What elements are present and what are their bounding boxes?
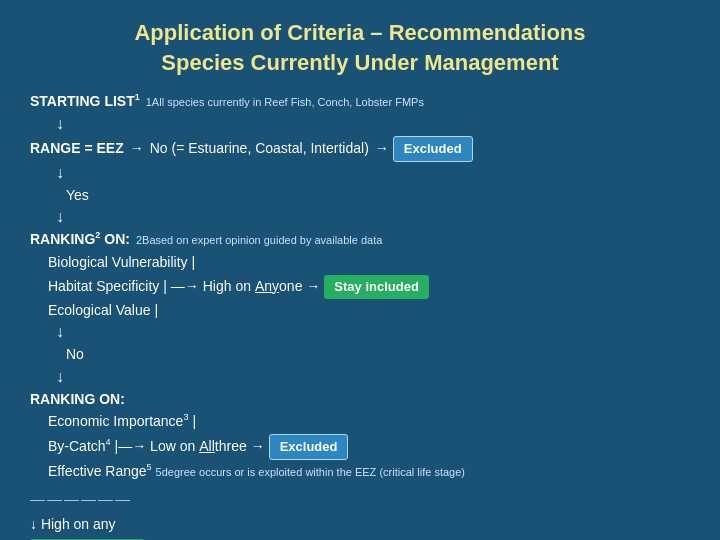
bycatch-all-label: All [199, 436, 215, 458]
bycatch-pipe-arrow: |—→ Low on [115, 436, 196, 458]
habitat-pipe-text: | —→ High on [163, 276, 251, 298]
arrow-row-5: ↓ [48, 367, 690, 388]
range-arrow1: → [130, 138, 144, 160]
no-row: No [66, 344, 690, 366]
stay-included-badge: Stay included [324, 275, 429, 299]
habitat-spec-label: Habitat Specificity [48, 276, 159, 298]
page-title: Application of Criteria – Recommendation… [30, 18, 690, 77]
ranking-on-label: RANKING ON: [30, 389, 125, 411]
eco-val-row: Ecological Value | [48, 300, 690, 322]
bycatch-row: By-Catch4 |—→ Low on All three → Exclude… [48, 434, 690, 460]
bycatch-label: By-Catch4 [48, 436, 111, 458]
bio-vuln-row: Biological Vulnerability | [48, 252, 690, 274]
content-area: STARTING LIST1 1All species currently in… [30, 91, 690, 540]
arrow-row-4: ↓ [48, 322, 690, 343]
habitat-spec-row: Habitat Specificity | —→ High on Any one… [48, 275, 690, 299]
ranking2-label: RANKING2 ON: [30, 229, 130, 251]
no-label: No [66, 344, 84, 366]
econ-imp-row: Economic Importance3 | [48, 411, 690, 433]
title-line1: Application of Criteria – Recommendation… [134, 20, 585, 45]
high-on-any-row: ↓ High on any [30, 514, 690, 536]
eco-val-label: Ecological Value [48, 300, 150, 322]
starting-list-note: 1All species currently in Reef Fish, Con… [146, 94, 424, 111]
ranking-on-row: RANKING ON: [30, 389, 690, 411]
range-arrow2: → [375, 138, 389, 160]
arrow-row-2: ↓ [48, 163, 690, 184]
eff-pipe-text: 5degree occurs or is exploited within th… [156, 464, 465, 481]
arrow-row-3: ↓ [48, 207, 690, 228]
eco-pipe: | [154, 300, 158, 322]
high-on-any-label: ↓ High on any [30, 514, 116, 536]
econ-imp-label: Economic Importance3 [48, 411, 188, 433]
bio-pipe: | [192, 252, 196, 274]
range-label: RANGE = EEZ [30, 138, 124, 160]
yes-row: Yes [66, 185, 690, 207]
eff-range-row: Effective Range5 5degree occurs or is ex… [48, 461, 690, 483]
habitat-any-label: Any [255, 276, 279, 298]
arrow-row-1: ↓ [48, 114, 690, 135]
excluded-badge-bycatch: Excluded [269, 434, 349, 460]
title-line2: Species Currently Under Management [161, 50, 558, 75]
econ-pipe: | [192, 411, 196, 433]
starting-list-label: STARTING LIST1 [30, 91, 140, 113]
bio-vuln-label: Biological Vulnerability [48, 252, 188, 274]
ranking2-row: RANKING2 ON: 2Based on expert opinion gu… [30, 229, 690, 251]
eff-range-label: Effective Range5 [48, 461, 152, 483]
habitat-one-text: one → [279, 276, 320, 298]
range-text: No (= Estuarine, Coastal, Intertidal) [150, 138, 369, 160]
bycatch-three-text: three → [215, 436, 265, 458]
yes-label: Yes [66, 185, 89, 207]
starting-list-row: STARTING LIST1 1All species currently in… [30, 91, 690, 113]
divider-line: —————— [30, 487, 690, 510]
main-container: Application of Criteria – Recommendation… [0, 0, 720, 540]
range-row: RANGE = EEZ → No (= Estuarine, Coastal, … [30, 136, 690, 162]
excluded-badge-range: Excluded [393, 136, 473, 162]
ranking2-note: 2Based on expert opinion guided by avail… [136, 232, 382, 249]
